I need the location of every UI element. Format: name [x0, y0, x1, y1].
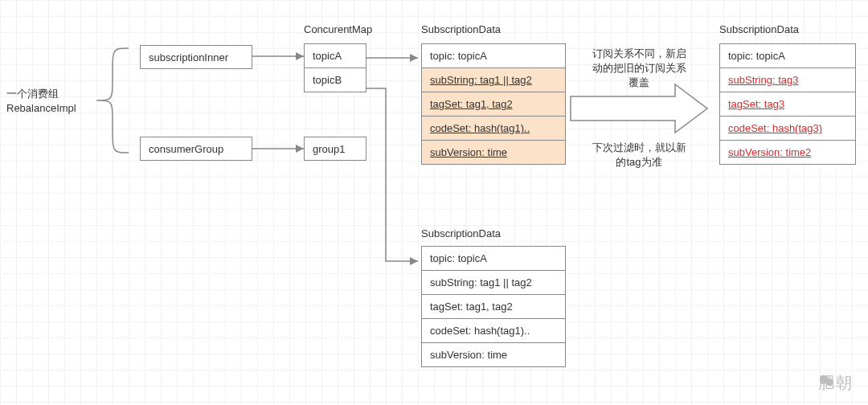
arrow-note-top: 订阅关系不同，新启 动的把旧的订阅关系 覆盖 [579, 47, 699, 91]
sd1-codeset: codeSet: hash(tag1).. [422, 117, 565, 141]
subscription-data-1: topic: topicA subString: tag1 || tag2 ta… [421, 43, 566, 165]
watermark: 肥朝 [818, 372, 854, 394]
sd2-topic: topic: topicA [422, 247, 565, 271]
group-value-box: group1 [304, 137, 366, 161]
subscription-inner-box: subscriptionInner [140, 45, 252, 69]
subscription-data-2: topic: topicA subString: tag1 || tag2 ta… [421, 246, 566, 367]
consumer-group-box: consumerGroup [140, 137, 252, 161]
svg-marker-6 [410, 257, 418, 265]
subscription-data-title-right: SubscriptionData [719, 22, 799, 37]
sd1-subversion: subVersion: time [422, 141, 565, 164]
sd2-substring: subString: tag1 || tag2 [422, 271, 565, 295]
watermark-text: 肥朝 [818, 372, 854, 394]
sd2-tagset: tagSet: tag1, tag2 [422, 295, 565, 319]
concurrent-map-title: ConcurentMap [304, 22, 372, 37]
sdr-subversion: subVersion: time2 [720, 141, 855, 164]
concurrent-map: topicA topicB [304, 43, 366, 92]
diagram-canvas: 一个消费组 RebalanceImpl subscriptionInner co… [0, 0, 868, 405]
sdr-topic: topic: topicA [720, 44, 855, 68]
svg-marker-1 [296, 52, 304, 60]
sdr-codeset: codeSet: hash(tag3) [720, 117, 855, 141]
subscription-data-title-2: SubscriptionData [421, 227, 501, 241]
sd1-tagset: tagSet: tag1, tag2 [422, 92, 565, 117]
map-row-topicA: topicA [305, 44, 366, 68]
sd1-topic: topic: topicA [422, 44, 565, 68]
svg-marker-3 [296, 145, 304, 153]
arrow-note-bottom: 下次过滤时，就以新 的tag为准 [579, 141, 699, 170]
map-row-topicB: topicB [305, 68, 366, 92]
sd2-subversion: subVersion: time [422, 343, 565, 366]
sd1-substring: subString: tag1 || tag2 [422, 68, 565, 92]
sd2-codeset: codeSet: hash(tag1).. [422, 319, 565, 343]
sdr-substring: subString: tag3 [720, 68, 855, 92]
sdr-tagset: tagSet: tag3 [720, 92, 855, 117]
subscription-data-title-1: SubscriptionData [421, 22, 501, 37]
subscription-data-right: topic: topicA subString: tag3 tagSet: ta… [719, 43, 856, 165]
svg-marker-5 [410, 54, 418, 62]
root-label: 一个消费组 RebalanceImpl [6, 87, 95, 116]
